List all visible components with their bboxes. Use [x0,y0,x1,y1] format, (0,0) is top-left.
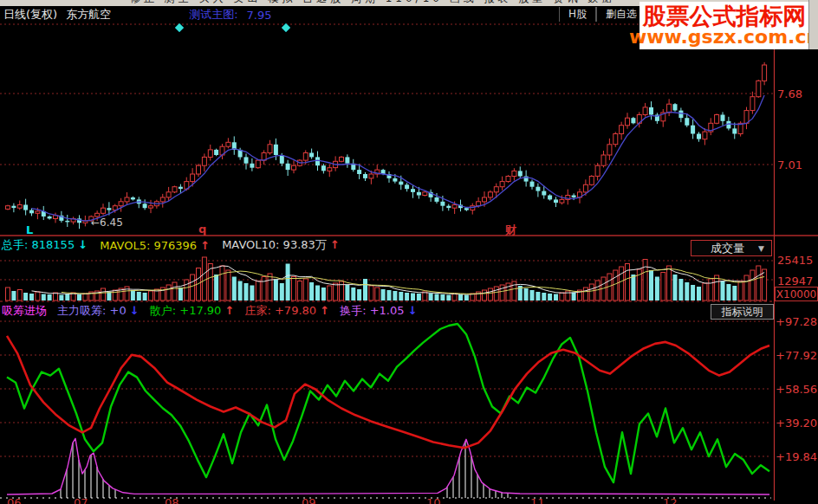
zhuangjia-arrow-up-icon: ↑ [320,304,329,317]
marker-cai: 财 [505,223,516,238]
zongshou-value: 818155 [32,238,75,251]
month-label: 11 [530,496,545,504]
month-label: 12 [663,496,678,504]
zongshou-arrow-down-icon: ↓ [78,238,88,251]
indicator-header: 吸筹进场 主力吸筹: +0 ↓ 散户: +17.90 ↑ 庄家: +79.80 … [2,303,418,319]
indicator-description-button[interactable]: 指标说明 [711,304,774,320]
month-label: 08 [165,496,179,504]
huanshou-label: 换手: [340,304,366,317]
watermark: 股票公式指标网 www.gszx.com.cn [639,2,809,49]
mavol10-value: 93.83万 [283,238,327,251]
volume-header: 总手: 818155 ↓ MAVOL5: 976396 ↑ MAVOL10: 9… [2,237,340,253]
sanhu-arrow-up-icon: ↑ [225,304,235,317]
price-axis-label: 7.68 [777,87,802,100]
huanshou-value: +1.05 [370,304,405,317]
price-axis-label: 7.01 [777,158,802,171]
mavol5-label: MAVOL5: [100,239,150,252]
stock-app-window: 修正 测坐 买入 卖出 模拟 自选股 周期 110/10 画线 报表 股堂 资讯… [0,0,818,504]
sanhu-value: +17.90 [179,304,221,317]
zhuangjia-value: +79.80 [275,304,316,317]
zhuli-label: 主力吸筹: [57,304,106,317]
mavol5-arrow-up-icon: ↑ [200,239,210,252]
month-label: 07 [74,496,88,504]
month-label: 06 [7,496,22,504]
indicator-axis-label: +58.56 [776,383,817,396]
zhuangjia-label: 庄家: [244,304,270,317]
indicator-name: 吸筹进场 [2,303,47,319]
month-label: 09 [302,496,316,504]
volume-type-dropdown[interactable]: 成交量 ▼ [691,240,772,256]
sanhu-label: 散户: [150,304,176,317]
price-annotation: ←6.45 [91,216,123,229]
vol-axis-label: 25415 [777,254,813,267]
volume-dropdown-value: 成交量 [711,241,744,256]
mavol10-arrow-up-icon: ↑ [330,238,340,251]
marker-q: q [198,223,206,236]
watermark-url: www.gszx.com.cn [629,28,818,47]
zhuli-value: +0 [110,304,127,317]
month-label: 10 [426,496,441,504]
zongshou-label: 总手: [2,238,28,251]
indicator-axis-label: +39.20 [776,417,817,430]
volume-unit-badge: X10000 [775,287,818,301]
huanshou-arrow-down-icon: ↓ [408,304,418,317]
chevron-down-icon: ▼ [758,244,764,253]
mavol5-value: 976396 [153,239,197,252]
scrollbar-fragment[interactable] [808,0,818,49]
vol-axis-label: 12947 [777,275,813,288]
watermark-title: 股票公式指标网 [643,4,807,29]
indicator-axis-label: +19.84 [776,450,817,463]
indicator-axis-label: +77.92 [776,349,817,362]
zhuli-arrow-down-icon: ↓ [130,304,140,317]
indicator-axis-label: +97.28 [776,315,817,328]
marker-l: L [26,223,33,236]
mavol10-label: MAVOL10: [222,238,279,251]
